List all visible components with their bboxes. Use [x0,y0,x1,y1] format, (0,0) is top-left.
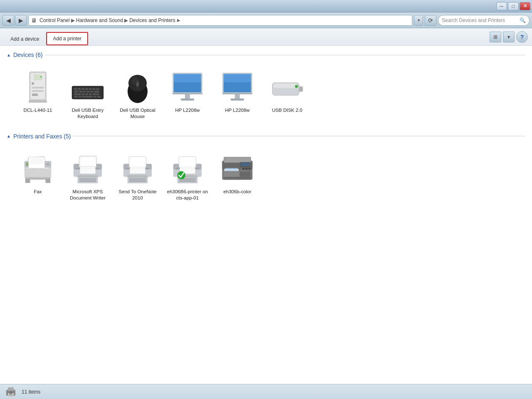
svg-point-62 [47,163,49,165]
add-printer-button[interactable]: Add a printer [46,32,88,45]
svg-rect-106 [241,163,249,166]
svg-rect-26 [85,93,88,95]
svg-rect-48 [222,93,252,94]
close-button[interactable]: ✕ [520,2,530,10]
device-eh306b6[interactable]: eh306B6-printer on cts-app-01 [165,149,210,204]
address-path[interactable]: 🖥 Control Panel ▶ Hardware and Sound ▶ D… [28,15,412,26]
device-mouse[interactable]: Dell USB Optical Mouse [115,67,160,123]
device-icon-onenote [121,152,154,185]
svg-rect-114 [225,177,250,178]
device-label-onenote: Send To OneNote 2010 [116,189,159,201]
status-bar: 11 items [0,384,532,399]
add-device-button[interactable]: Add a device [4,32,45,45]
device-label-xps: Microsoft XPS Document Writer [66,189,109,201]
svg-rect-87 [130,167,145,174]
devices-section-title: Devices (6) [13,52,43,58]
device-icon-xps [71,152,104,185]
svg-rect-30 [79,96,81,98]
device-icon-keyboard [71,71,104,104]
device-eh306bcolor[interactable]: eh306b-color [214,149,260,204]
svg-rect-78 [80,167,95,174]
refresh-button[interactable]: ⟳ [425,15,436,26]
address-bar: ◀ ▶ 🖥 Control Panel ▶ Hardware and Sound… [0,12,532,28]
svg-rect-33 [97,96,101,98]
breadcrumb-dp[interactable]: Devices and Printers [129,17,175,23]
svg-rect-81 [79,180,96,182]
device-label-hp2: HP L2208w [225,107,249,113]
svg-rect-32 [93,96,96,98]
view-dropdown-button[interactable]: ▾ [503,32,515,42]
minimize-button[interactable]: ─ [496,2,507,10]
devices-grid: DCL-L440-11 [7,63,525,131]
help-button[interactable]: ? [516,31,528,43]
device-hp2[interactable]: HP L2208w [214,67,260,123]
svg-rect-90 [129,180,146,182]
svg-rect-53 [273,84,298,88]
svg-rect-104 [224,158,250,162]
printers-grid: Fax [7,145,525,213]
device-icon-dcl [21,71,54,104]
svg-point-107 [242,167,244,170]
svg-rect-120 [9,395,13,396]
svg-rect-89 [129,178,146,180]
address-icon: 🖥 [31,17,37,24]
status-items-count: 11 items [22,389,40,395]
svg-rect-19 [79,91,82,92]
svg-rect-14 [85,88,88,90]
device-icon-eh306b6 [171,152,204,185]
view-button[interactable]: ⊞ [490,32,501,42]
svg-rect-16 [93,88,96,90]
svg-rect-94 [179,157,196,167]
device-icon-hp1 [171,71,204,104]
svg-rect-71 [46,179,51,183]
devices-collapse-icon[interactable]: ▲ [7,53,11,57]
search-box[interactable]: Search Devices and Printers 🔍 [438,15,530,26]
devices-section-header: ▲ Devices (6) [7,52,525,58]
svg-rect-25 [81,93,84,95]
printers-collapse-icon[interactable]: ▲ [7,134,11,138]
svg-rect-99 [179,180,196,182]
status-icon [4,385,17,399]
svg-rect-5 [32,90,44,92]
svg-rect-119 [9,394,13,395]
svg-point-38 [131,76,138,85]
svg-rect-11 [74,88,77,90]
svg-rect-22 [90,91,93,92]
svg-rect-47 [224,74,251,82]
svg-rect-75 [79,157,96,167]
svg-rect-18 [74,91,79,92]
svg-rect-43 [185,94,190,99]
device-hp1[interactable]: HP L2208w [165,67,210,123]
breadcrumb-hw[interactable]: Hardware and Sound [76,17,123,23]
maximize-button[interactable]: □ [508,2,519,10]
printers-section-line [73,136,525,136]
svg-rect-85 [129,157,146,167]
device-icon-mouse [121,71,154,104]
svg-rect-27 [89,93,92,95]
svg-rect-80 [79,178,96,180]
device-usb[interactable]: USB DISK 2.0 [264,67,310,123]
device-xps[interactable]: Microsoft XPS Document Writer [65,149,111,204]
svg-rect-23 [94,91,99,92]
device-fax[interactable]: Fax [15,149,61,204]
device-onenote[interactable]: Send To OneNote 2010 [115,149,160,204]
svg-rect-31 [82,96,93,98]
search-icon: 🔍 [520,17,526,23]
device-label-eh306bcolor: eh306b-color [223,189,251,195]
device-dcl[interactable]: DCL-L440-11 [15,67,61,123]
svg-rect-42 [172,93,202,94]
forward-button[interactable]: ▶ [15,15,27,26]
svg-point-54 [295,85,298,88]
printers-section-header: ▲ Printers and Faxes (5) [7,133,525,140]
svg-point-122 [10,392,12,393]
address-dropdown[interactable]: ▾ [414,15,423,26]
breadcrumb-cp[interactable]: Control Panel [39,17,70,23]
device-icon-fax [21,152,54,185]
device-icon-usb [271,71,304,104]
back-button[interactable]: ◀ [2,15,14,26]
printers-section-title: Printers and Faxes (5) [13,133,71,140]
svg-rect-50 [231,99,244,101]
svg-rect-117 [8,387,14,391]
device-keyboard[interactable]: Dell USB Entry Keyboard [65,67,111,123]
svg-rect-49 [235,94,240,99]
